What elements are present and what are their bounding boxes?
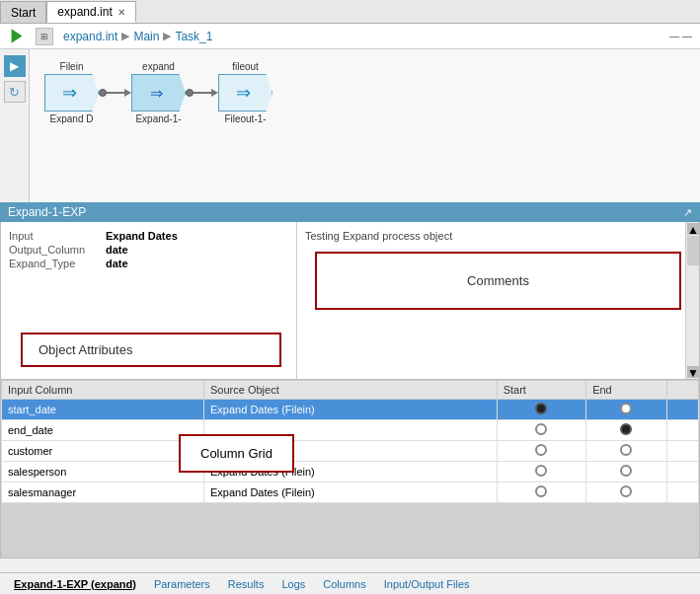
breadcrumb-main[interactable]: Main <box>133 30 159 43</box>
connector-arrow-2 <box>211 89 218 97</box>
grid-cell-input-col: start_date <box>2 400 204 420</box>
grid-col-header-start: Start <box>497 381 585 400</box>
node-expand-box[interactable]: ⇒ <box>131 74 186 111</box>
panel-description-text: Testing Expand process object <box>305 230 691 242</box>
grid-cell-start[interactable] <box>497 483 585 503</box>
scrollbar-down[interactable]: ▼ <box>687 366 699 378</box>
grid-cell-end[interactable] <box>586 483 666 503</box>
radio-empty-icon[interactable] <box>535 465 547 477</box>
breadcrumb-task1[interactable]: Task_1 <box>175 30 212 43</box>
flow-node-fileout[interactable]: fileout ⇒ Fileout-1- <box>218 61 272 124</box>
radio-empty-icon[interactable] <box>620 444 632 456</box>
grid-section: Input Column Source Object Start End sta… <box>0 380 700 558</box>
grid-cell-extra <box>666 441 699 462</box>
bottom-tab-parameters[interactable]: Parameters <box>146 577 218 591</box>
play-button[interactable] <box>8 28 26 45</box>
radio-empty-icon[interactable] <box>535 444 547 456</box>
tab-close-icon[interactable]: ✕ <box>117 7 125 18</box>
breadcrumb-icon[interactable]: ⊞ <box>36 28 53 45</box>
tab-expand-int-label: expand.int <box>57 5 112 19</box>
grid-cell-source: Expand Dates (Filein) <box>204 400 498 420</box>
grid-cell-start[interactable] <box>497 441 585 462</box>
bottom-tab-expand[interactable]: Expand-1-EXP (expand) <box>6 577 144 591</box>
connector-line-2 <box>194 92 211 94</box>
object-attributes-box: Object Attributes <box>21 333 281 367</box>
radio-empty-icon[interactable] <box>535 423 547 435</box>
comments-label: Comments <box>467 273 529 288</box>
radio-empty-icon[interactable] <box>620 403 632 414</box>
panel-title: Expand-1-EXP <box>8 205 86 219</box>
grid-cell-source: Expand Dates (Filein) <box>204 483 498 503</box>
grid-cell-extra <box>666 400 699 420</box>
panel-attributes-section: Input Expand Dates Output_Column date Ex… <box>1 222 297 379</box>
main-wrapper: Start expand.int ✕ ⊞ expand.int ▶ Main ▶… <box>0 0 700 594</box>
grid-cell-extra <box>666 462 699 483</box>
scrollbar-up[interactable]: ▲ <box>687 223 699 235</box>
grid-col-header-end: End <box>586 381 666 400</box>
table-row[interactable]: end_date <box>2 420 699 441</box>
grid-cell-end[interactable] <box>586 420 666 441</box>
grid-cell-extra <box>666 483 699 503</box>
radio-empty-icon[interactable] <box>620 465 632 477</box>
grid-col-header-source: Source Object <box>204 381 498 400</box>
grid-table: Input Column Source Object Start End sta… <box>1 380 699 503</box>
bottom-tab-io-files[interactable]: Input/Output Files <box>376 577 478 591</box>
grid-cell-start[interactable] <box>497 462 585 483</box>
attr-row-output-col: Output_Column date <box>9 244 288 256</box>
comments-box: Comments <box>315 252 681 310</box>
grid-cell-end[interactable] <box>586 441 666 462</box>
grid-cell-start[interactable] <box>497 420 585 441</box>
scrollbar-thumb[interactable] <box>687 236 699 265</box>
breadcrumb-bar: ⊞ expand.int ▶ Main ▶ Task_1 — — <box>0 24 700 49</box>
grid-cell-input-col: salesperson <box>2 462 204 483</box>
breadcrumb-sep-2: ▶ <box>163 30 171 42</box>
radio-empty-icon[interactable] <box>535 485 547 497</box>
grid-cell-extra <box>666 420 699 441</box>
panel-content: Input Expand Dates Output_Column date Ex… <box>0 222 700 380</box>
connector-arrow-1 <box>124 89 131 97</box>
connector-circle-1 <box>99 89 107 97</box>
grid-cell-end[interactable] <box>586 462 666 483</box>
left-toolbar: ▶ ↻ <box>0 49 30 202</box>
bottom-tab-columns[interactable]: Columns <box>315 577 373 591</box>
grid-cell-start[interactable] <box>497 400 585 420</box>
column-grid-label: Column Grid <box>200 446 272 461</box>
attr-input-key: Input <box>9 230 98 242</box>
flow-node-expand[interactable]: expand ⇒ Expand-1- <box>131 61 186 124</box>
grid-cell-input-col: customer <box>2 441 204 462</box>
node-fileout-label: Fileout-1- <box>224 113 266 124</box>
bottom-tabs-bar: Expand-1-EXP (expand) Parameters Results… <box>0 572 700 594</box>
connector-line-1 <box>107 92 124 94</box>
toolbar-refresh-icon[interactable]: ↻ <box>4 81 26 103</box>
grid-header-row: Input Column Source Object Start End <box>2 381 699 400</box>
radio-filled-icon[interactable] <box>620 423 632 435</box>
node-filein-box[interactable]: ⇒ <box>44 74 99 111</box>
grid-cell-input-col: end_date <box>2 420 204 441</box>
breadcrumb-expand-int[interactable]: expand.int <box>63 30 117 43</box>
radio-empty-icon[interactable] <box>620 485 632 497</box>
node-filein-title: Filein <box>60 61 84 72</box>
attr-expand-type-key: Expand_Type <box>9 258 98 269</box>
tab-expand-int[interactable]: expand.int ✕ <box>46 1 135 23</box>
node-expand-title: expand <box>142 61 175 72</box>
grid-cell-end[interactable] <box>586 400 666 420</box>
grid-col-header-extra <box>666 381 699 400</box>
grid-col-header-input: Input Column <box>2 381 204 400</box>
panel-scrollbar[interactable]: ▲ ▼ <box>685 222 699 379</box>
tab-start[interactable]: Start <box>0 1 46 23</box>
toolbar-play-icon[interactable]: ▶ <box>4 55 26 77</box>
flow-node-filein[interactable]: Filein ⇒ Expand D <box>44 61 99 124</box>
radio-filled-icon[interactable] <box>535 403 547 414</box>
attr-output-col-value: date <box>106 244 128 256</box>
table-row[interactable]: salesperson Expand Dates (Filein) <box>2 462 699 483</box>
bottom-tab-logs[interactable]: Logs <box>273 577 313 591</box>
table-row[interactable]: customer <box>2 441 699 462</box>
tab-start-label: Start <box>11 6 36 20</box>
bottom-tab-results[interactable]: Results <box>220 577 272 591</box>
panel-pin-icon[interactable]: ↗ <box>683 206 692 219</box>
table-row[interactable]: start_date Expand Dates (Filein) <box>2 400 699 420</box>
table-row[interactable]: salesmanager Expand Dates (Filein) <box>2 483 699 503</box>
column-grid-box: Column Grid <box>179 434 294 473</box>
panel-description-section: Testing Expand process object Comments ▲… <box>297 222 699 379</box>
node-fileout-box[interactable]: ⇒ <box>218 74 272 111</box>
